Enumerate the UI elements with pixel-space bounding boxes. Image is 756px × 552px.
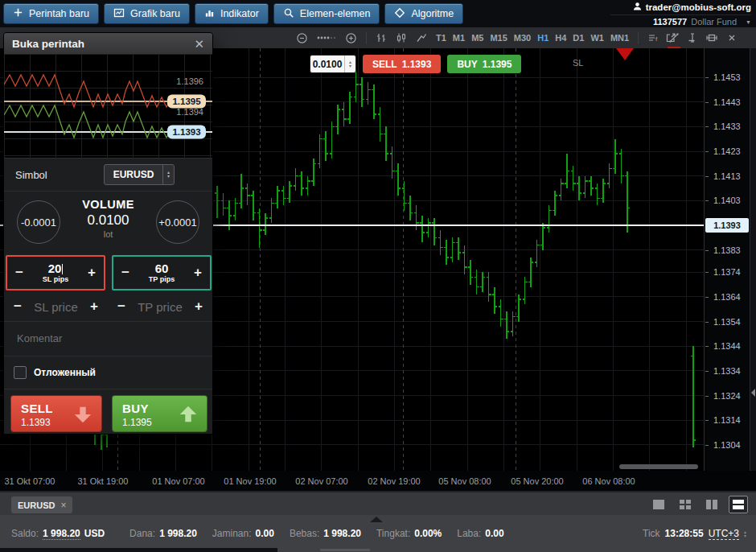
divider xyxy=(366,32,367,44)
balance-label: Saldo: xyxy=(11,528,39,539)
volume-increase-button[interactable]: +0.0001 xyxy=(156,200,199,244)
timeframe-m1[interactable]: M1 xyxy=(453,33,465,43)
tab-close-icon[interactable]: × xyxy=(60,501,66,510)
chart-horizontal-scrollbar[interactable] xyxy=(619,464,698,469)
user-icon xyxy=(633,2,642,13)
text-cursor xyxy=(62,264,63,274)
price-tick: 1.1314 xyxy=(705,414,750,426)
symbol-label: Simbol xyxy=(15,169,47,181)
price-levels-row: − SL price + − TP price + xyxy=(4,292,212,321)
order-dialog-header[interactable]: Buka perintah ✕ xyxy=(4,33,212,54)
timeframe-m30[interactable]: M30 xyxy=(514,33,531,43)
tick-time: 13:28:55 xyxy=(665,528,704,539)
margin-level-group: Tingkat: 0.00% xyxy=(376,528,442,539)
zoom-in-icon[interactable] xyxy=(345,31,357,45)
timeframe-w1[interactable]: W1 xyxy=(590,33,604,43)
tab-eurusd[interactable]: EURUSD × xyxy=(11,496,72,513)
price-axis[interactable]: 1.14531.14431.14331.14231.14131.14031.13… xyxy=(704,48,750,471)
tp-price-minus-button[interactable]: − xyxy=(108,299,135,315)
bar-type-icon[interactable] xyxy=(376,31,387,45)
new-chart-button[interactable]: Grafik baru xyxy=(104,3,190,24)
indicator-list-icon[interactable]: f xyxy=(647,31,659,45)
time-axis[interactable]: 31 Okt 07:0031 Okt 19:0001 Nov 07:0001 N… xyxy=(0,471,756,491)
volume-stepper[interactable]: ▴▾ xyxy=(344,56,355,72)
tp-pips-label: TP pips xyxy=(149,275,175,284)
four-pane-icon xyxy=(680,500,691,509)
sl-pips-label: SL pips xyxy=(43,275,68,284)
layout-grid-button[interactable] xyxy=(676,496,695,513)
price-tick: 1.1443 xyxy=(705,97,750,108)
tp-pips-minus-button[interactable]: − xyxy=(113,257,138,289)
buy-quick-button[interactable]: BUY 1.1395 xyxy=(447,55,521,73)
objects-button[interactable]: Elemen-elemen xyxy=(273,3,380,24)
expand-panel-handle[interactable] xyxy=(370,517,383,522)
layout-single-button[interactable] xyxy=(649,496,668,513)
indicators-button[interactable]: Indikator xyxy=(195,3,269,24)
sl-price-field[interactable]: SL price xyxy=(31,300,80,314)
symbol-select[interactable]: EURUSD ▴▾ xyxy=(104,164,175,185)
symbol-stepper[interactable]: ▴▾ xyxy=(162,165,174,184)
timeframe-m15[interactable]: M15 xyxy=(490,33,507,43)
balance-value[interactable]: 1 998.20 xyxy=(43,528,80,540)
close-icon[interactable] xyxy=(727,31,737,45)
buy-button[interactable]: BUY 1.1395 xyxy=(112,395,207,432)
margin-group: Jaminan: 0.00 xyxy=(212,528,274,539)
volume-decrease-button[interactable]: -0.0001 xyxy=(17,200,60,244)
timeframe-h4[interactable]: H4 xyxy=(555,33,566,43)
timeframe-d1[interactable]: D1 xyxy=(573,33,584,43)
dialog-close-icon[interactable]: ✕ xyxy=(194,38,204,50)
one-click-trading-panel: 0.0100 ▴▾ SELL 1.1393 BUY 1.1395 xyxy=(310,55,521,73)
profit-value: 0.00 xyxy=(485,528,503,539)
tick-clock: Tick 13:28:55 UTC+3 ▴▾ xyxy=(643,528,746,540)
price-tick: 1.1364 xyxy=(705,291,750,303)
sl-price-control: − SL price + xyxy=(4,292,108,321)
volume-amount[interactable]: 0.0100 xyxy=(67,212,150,229)
sell-quick-button[interactable]: SELL 1.1393 xyxy=(363,55,441,73)
chevron-down-icon: ▼ xyxy=(746,19,751,25)
order-buttons-row: SELL 1.1393 BUY 1.1395 xyxy=(4,389,212,439)
timeframe-mn1[interactable]: MN1 xyxy=(610,33,629,43)
layout-hsplit-button[interactable] xyxy=(729,496,748,513)
timeframe-m5[interactable]: M5 xyxy=(471,33,483,43)
algorithm-button[interactable]: Algoritme xyxy=(384,3,463,24)
sell-button[interactable]: SELL 1.1393 xyxy=(10,395,102,432)
objects-label: Elemen-elemen xyxy=(300,8,371,19)
layout-vsplit-button[interactable] xyxy=(702,496,721,513)
maximize-icon[interactable] xyxy=(707,31,717,45)
tp-price-plus-button[interactable]: + xyxy=(185,299,212,315)
panel-expand-arrow-icon[interactable] xyxy=(751,389,755,397)
timezone-selector[interactable]: UTC+3 xyxy=(709,528,739,540)
sell-quick-price: 1.1393 xyxy=(402,59,432,70)
sl-price-plus-button[interactable]: + xyxy=(80,299,108,315)
tp-pips-input[interactable]: 60 TP pips xyxy=(138,257,186,289)
sl-pips-box: − 20 SL pips + xyxy=(6,255,105,290)
timeframe-switcher: T1 M1 M5 M15 M30 H1 H4 D1 W1 MN1 xyxy=(436,33,629,43)
price-tick: 1.1324 xyxy=(705,390,750,402)
candlestick-type-icon[interactable] xyxy=(396,31,407,45)
tp-price-field[interactable]: TP price xyxy=(135,300,185,314)
timeframe-h1[interactable]: H1 xyxy=(537,33,549,43)
ask-price-tag: 1.1395 xyxy=(167,95,206,109)
zoom-out-icon[interactable] xyxy=(296,31,308,45)
timezone-stepper-icon[interactable]: ▴▾ xyxy=(744,530,746,538)
pending-order-checkbox[interactable] xyxy=(14,366,27,379)
price-tick: 1.1334 xyxy=(705,365,750,377)
sl-pips-plus-button[interactable]: + xyxy=(80,257,104,289)
sl-pips-input[interactable]: 20 SL pips xyxy=(31,257,80,289)
timeframe-t1[interactable]: T1 xyxy=(436,33,446,43)
equity-label: Dana: xyxy=(129,528,155,539)
open-in-new-icon[interactable] xyxy=(665,31,676,45)
minimize-icon[interactable] xyxy=(687,31,696,45)
sl-pips-minus-button[interactable]: − xyxy=(7,257,31,289)
sl-price-minus-button[interactable]: − xyxy=(4,299,31,315)
line-type-icon[interactable] xyxy=(416,31,427,45)
tp-pips-plus-button[interactable]: + xyxy=(186,257,210,289)
comment-input[interactable]: Komentar xyxy=(4,321,212,356)
current-price-tag: 1.1393 xyxy=(705,218,749,233)
account-panel[interactable]: trader@mobius-soft.org 1137577 Dollar Fu… xyxy=(610,0,751,27)
top-toolbar: Perintah baru Grafik baru Indikator Elem… xyxy=(0,0,756,27)
volume-spinner[interactable]: 0.0100 ▴▾ xyxy=(310,55,356,73)
horizontal-split-icon xyxy=(733,500,744,509)
new-order-button[interactable]: Perintah baru xyxy=(3,3,99,24)
plus-icon xyxy=(13,7,23,20)
